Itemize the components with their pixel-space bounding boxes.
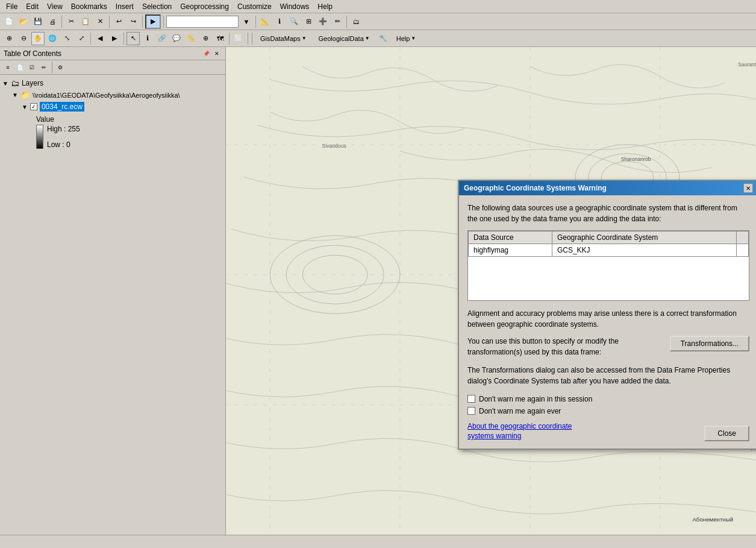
layers-expand-icon[interactable]: ▼ <box>2 80 8 87</box>
menu-file[interactable]: File <box>2 1 21 12</box>
editor-btn[interactable]: ✏ <box>331 15 344 28</box>
checkbox1[interactable] <box>467 395 475 403</box>
ecw-layer-item[interactable]: ▼ 0034_rc.ecw <box>2 101 223 113</box>
low-label: Low : 0 <box>47 140 80 149</box>
toc-list-btn[interactable]: ≡ <box>2 62 13 73</box>
dialog-overlay: Geographic Coordinate Systems Warning ✕ … <box>226 47 756 535</box>
menu-bar: File Edit View Bookmarks Insert Selectio… <box>0 0 756 13</box>
sep7 <box>90 33 91 45</box>
undo-btn[interactable]: ↩ <box>112 15 125 28</box>
toc-select-btn[interactable]: ☑ <box>27 62 37 73</box>
open-btn[interactable]: 📂 <box>17 15 30 28</box>
geologicaldata-btn[interactable]: GeologicalData▼ <box>313 32 375 45</box>
back-btn[interactable]: ◀ <box>93 32 107 45</box>
zoom-in-btn[interactable]: ⊕ <box>2 32 16 45</box>
forward-btn[interactable]: ▶ <box>108 32 121 45</box>
copy-btn[interactable]: 📋 <box>79 15 92 28</box>
globe-btn[interactable]: 🌐 <box>46 32 59 45</box>
sep9 <box>229 33 230 45</box>
menu-bookmarks[interactable]: Bookmarks <box>67 1 111 12</box>
high-label: High : 255 <box>47 125 80 133</box>
measure2-btn[interactable]: 📏 <box>184 32 198 45</box>
identify-btn[interactable]: ℹ <box>273 15 286 28</box>
geo-warning-link[interactable]: About the geographic coordinate systems … <box>467 421 588 442</box>
toc-options-btn[interactable]: ⚙ <box>55 62 66 73</box>
toc-panel: Table Of Contents 📌 ✕ ≡ 📄 ☑ ✏ ⚙ ▼ 🗂 Laye… <box>0 47 226 535</box>
toc-sep <box>52 61 52 74</box>
hyperlink-btn[interactable]: 🔗 <box>155 32 169 45</box>
transformations-btn[interactable]: Transformations... <box>670 336 749 351</box>
dialog-warning-text: Alignment and accuracy problems may aris… <box>467 308 749 330</box>
save-btn[interactable]: 💾 <box>31 15 45 28</box>
toc-draw-btn[interactable]: ✏ <box>39 62 49 73</box>
pan-btn[interactable]: ✋ <box>31 32 45 45</box>
ecw-layer-name: 0034_rc.ecw <box>40 102 84 112</box>
dialog-bottom-row: About the geographic coordinate systems … <box>467 421 749 442</box>
layout-btn[interactable]: ⬜ <box>232 32 245 45</box>
toc-controls: 📌 ✕ <box>201 49 222 58</box>
toc-title: Table Of Contents <box>4 49 61 58</box>
toc-toolbar: ≡ 📄 ☑ ✏ ⚙ <box>0 60 225 75</box>
menu-view[interactable]: View <box>43 1 66 12</box>
menu-selection[interactable]: Selection <box>139 1 175 12</box>
menu-customize[interactable]: Customize <box>234 1 275 12</box>
nav-btn[interactable]: ▶ <box>145 14 161 29</box>
dialog-content: The following data sources use a geograp… <box>459 195 756 449</box>
zoomto-btn[interactable]: ⤢ <box>75 32 88 45</box>
toc-pin-btn[interactable]: 📌 <box>201 49 211 58</box>
tools-btn[interactable]: 🔧 <box>376 32 390 45</box>
main-area: Table Of Contents 📌 ✕ ≡ 📄 ☑ ✏ ⚙ ▼ 🗂 Laye… <box>0 47 756 535</box>
close-btn[interactable]: Close <box>704 426 749 441</box>
maptips-btn[interactable]: 💬 <box>170 32 183 45</box>
dialog-intro-text: The following data sources use a geograp… <box>467 203 749 224</box>
table-row: highflymag GCS_KKJ <box>469 244 749 257</box>
scale-input[interactable]: 1:189 923 <box>166 16 239 28</box>
new-btn[interactable]: 📄 <box>2 15 16 28</box>
select-btn[interactable]: ↖ <box>127 32 140 45</box>
zoom-out-btn[interactable]: ⊖ <box>17 32 30 45</box>
scale-dropdown[interactable]: ▼ <box>240 15 253 28</box>
add-data-btn[interactable]: ➕ <box>316 15 330 28</box>
coordinate-warning-dialog: Geographic Coordinate Systems Warning ✕ … <box>458 180 756 450</box>
gisdatamaps-btn[interactable]: GisDataMaps▼ <box>255 32 312 45</box>
help-btn[interactable]: Help▼ <box>391 32 422 45</box>
dialog-transform-text: You can use this button to specify or mo… <box>467 336 663 357</box>
toc-source-btn[interactable]: 📄 <box>14 62 25 73</box>
measure-btn[interactable]: 📐 <box>258 15 272 28</box>
route-btn[interactable]: 🗺 <box>213 32 226 45</box>
legend-labels: High : 255 Low : 0 <box>47 125 80 149</box>
layer-folder-item[interactable]: ▼ 📁 \\roidata1\GEODATA\Geofysiikka\Aerog… <box>2 89 223 101</box>
ecw-expand-icon[interactable]: ▼ <box>22 104 28 110</box>
redo-btn[interactable]: ↪ <box>127 15 140 28</box>
checkbox1-row: Don't warn me again in this session <box>467 395 749 403</box>
fullext-btn[interactable]: ⤡ <box>60 32 73 45</box>
folder-expand-icon[interactable]: ▼ <box>12 92 18 98</box>
table-coordsystem-cell: GCS_KKJ <box>552 244 736 257</box>
menu-insert[interactable]: Insert <box>112 1 137 12</box>
find-btn[interactable]: 🔍 <box>287 15 301 28</box>
dialog-close-x-btn[interactable]: ✕ <box>743 183 753 193</box>
goto-btn[interactable]: ⊞ <box>302 15 315 28</box>
map-area[interactable]: Sharonanrob 6- Нближайший Абонементный S… <box>226 47 756 535</box>
checkbox2-label: Don't warn me again ever <box>479 407 561 415</box>
infotools-btn[interactable]: ℹ <box>141 32 154 45</box>
layers-group[interactable]: ▼ 🗂 Layers <box>2 77 223 89</box>
gradient-bar <box>36 125 43 149</box>
toc-close-btn[interactable]: ✕ <box>212 49 222 58</box>
menu-geoprocessing[interactable]: Geoprocessing <box>177 1 233 12</box>
cut-btn[interactable]: ✂ <box>64 15 78 28</box>
menu-help[interactable]: Help <box>314 1 336 12</box>
menu-edit[interactable]: Edit <box>22 1 42 12</box>
featurelink-btn[interactable]: ⊕ <box>199 32 212 45</box>
dialog-extra-text: The Transformations dialog can also be a… <box>467 365 749 386</box>
table-col1-header: Data Source <box>469 231 552 244</box>
checkbox2[interactable] <box>467 407 475 415</box>
dialog-table: Data Source Geographic Coordinate System… <box>468 231 749 293</box>
toolbar-row-1: 📄 📂 💾 🖨 ✂ 📋 ✕ ↩ ↪ ▶ 1:189 923 ▼ 📐 ℹ 🔍 ⊞ … <box>0 13 756 30</box>
delete-btn[interactable]: ✕ <box>93 15 107 28</box>
menu-windows[interactable]: Windows <box>276 1 313 12</box>
ecw-checkbox[interactable] <box>30 103 37 110</box>
print-btn[interactable]: 🖨 <box>46 15 59 28</box>
sep3 <box>142 16 143 28</box>
catalog-btn[interactable]: 🗂 <box>349 15 363 28</box>
